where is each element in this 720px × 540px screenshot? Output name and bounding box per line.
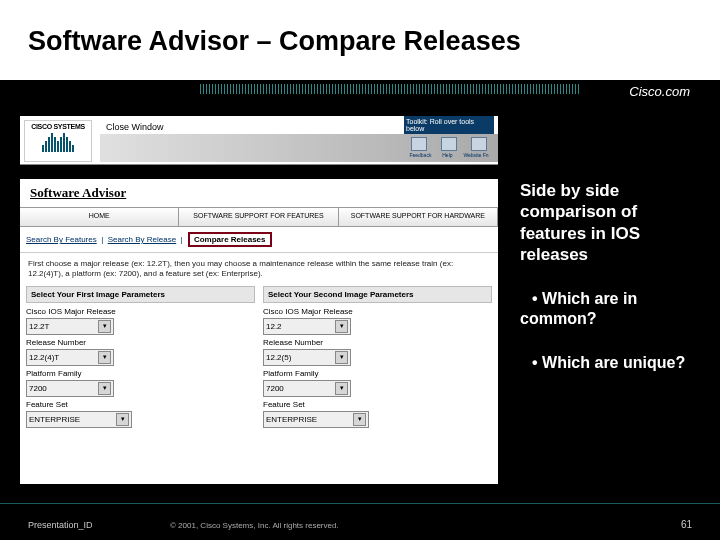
black-divider bbox=[20, 165, 498, 179]
col1-fs-select[interactable]: ENTERPRISE▾ bbox=[26, 411, 132, 428]
screenshot-topbar: CISCO SYSTEMS Close Window Toolkit: Roll… bbox=[20, 116, 498, 165]
col1-major-label: Cisco IOS Major Release bbox=[26, 307, 255, 316]
chevron-down-icon: ▾ bbox=[335, 382, 348, 395]
first-image-column: Select Your First Image Parameters Cisco… bbox=[26, 286, 255, 428]
col2-plat-label: Platform Family bbox=[263, 369, 492, 378]
cisco-logo: CISCO SYSTEMS bbox=[24, 120, 92, 162]
col2-major-label: Cisco IOS Major Release bbox=[263, 307, 492, 316]
presentation-id: Presentation_ID bbox=[28, 520, 93, 530]
slide-title: Software Advisor – Compare Releases bbox=[28, 26, 521, 57]
tab-features[interactable]: SOFTWARE SUPPORT FOR FEATURES bbox=[179, 208, 338, 226]
col2-major-select[interactable]: 12.2▾ bbox=[263, 318, 351, 335]
screenshot-panel: CISCO SYSTEMS Close Window Toolkit: Roll… bbox=[20, 116, 498, 484]
logo-text: CISCO SYSTEMS bbox=[25, 121, 91, 130]
chevron-down-icon: ▾ bbox=[98, 382, 111, 395]
chevron-down-icon: ▾ bbox=[98, 351, 111, 364]
tab-row: HOME SOFTWARE SUPPORT FOR FEATURES SOFTW… bbox=[20, 207, 498, 227]
col2-rel-label: Release Number bbox=[263, 338, 492, 347]
bullet-common: • Which are in common? bbox=[520, 289, 700, 329]
current-compare-releases: Compare Releases bbox=[188, 232, 272, 247]
col1-plat-select[interactable]: 7200▾ bbox=[26, 380, 114, 397]
feedback-icon[interactable] bbox=[411, 137, 427, 151]
chevron-down-icon: ▾ bbox=[335, 320, 348, 333]
website-fn-icon[interactable] bbox=[471, 137, 487, 151]
chevron-down-icon: ▾ bbox=[353, 413, 366, 426]
toolkit-l3: Website Fn bbox=[463, 152, 488, 158]
toolkit-l1: Feedback bbox=[409, 152, 431, 158]
help-icon[interactable] bbox=[441, 137, 457, 151]
chevron-down-icon: ▾ bbox=[116, 413, 129, 426]
logo-bars-icon bbox=[25, 130, 91, 152]
copyright-text: © 2001, Cisco Systems, Inc. All rights r… bbox=[170, 521, 339, 530]
col1-rel-select[interactable]: 12.2(4)T▾ bbox=[26, 349, 114, 366]
tab-home[interactable]: HOME bbox=[20, 208, 179, 226]
toolkit-label: Toolkit: Roll over tools below bbox=[404, 116, 494, 134]
slide-body-text: Side by side comparison of features in I… bbox=[520, 180, 700, 397]
close-window-link[interactable]: Close Window bbox=[106, 122, 164, 132]
body-main: Side by side comparison of features in I… bbox=[520, 180, 700, 265]
bullet-unique: • Which are unique? bbox=[520, 353, 700, 373]
slide-footer: Presentation_ID © 2001, Cisco Systems, I… bbox=[0, 503, 720, 540]
tab-hardware[interactable]: SOFTWARE SUPPORT FOR HARDWARE bbox=[339, 208, 498, 226]
link-search-features[interactable]: Search By Features bbox=[26, 235, 97, 244]
chevron-down-icon: ▾ bbox=[335, 351, 348, 364]
chevron-down-icon: ▾ bbox=[98, 320, 111, 333]
col1-fs-label: Feature Set bbox=[26, 400, 255, 409]
col1-header: Select Your First Image Parameters bbox=[26, 286, 255, 303]
toolkit-l2: Help bbox=[442, 152, 452, 158]
link-search-release[interactable]: Search By Release bbox=[108, 235, 176, 244]
page-title[interactable]: Software Advisor bbox=[20, 179, 498, 207]
col1-rel-label: Release Number bbox=[26, 338, 255, 347]
col1-plat-label: Platform Family bbox=[26, 369, 255, 378]
brand-label: Cisco.com bbox=[629, 84, 690, 99]
col2-plat-select[interactable]: 7200▾ bbox=[263, 380, 351, 397]
col1-major-select[interactable]: 12.2T▾ bbox=[26, 318, 114, 335]
page-number: 61 bbox=[681, 519, 692, 530]
divider-pattern bbox=[0, 80, 720, 108]
toolkit-panel: Toolkit: Roll over tools below Feedback … bbox=[404, 116, 494, 162]
col2-header: Select Your Second Image Parameters bbox=[263, 286, 492, 303]
col2-fs-select[interactable]: ENTERPRISE▾ bbox=[263, 411, 369, 428]
second-image-column: Select Your Second Image Parameters Cisc… bbox=[263, 286, 492, 428]
sub-nav: Search By Features | Search By Release |… bbox=[20, 227, 498, 253]
instructions-text: First choose a major release (ex: 12.2T)… bbox=[20, 253, 498, 286]
col2-rel-select[interactable]: 12.2(5)▾ bbox=[263, 349, 351, 366]
col2-fs-label: Feature Set bbox=[263, 400, 492, 409]
